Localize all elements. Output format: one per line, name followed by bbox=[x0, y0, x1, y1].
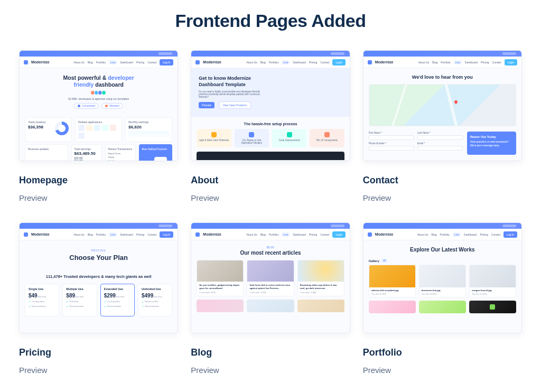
bestseller-card: Best Selling Products bbox=[139, 144, 173, 161]
about-subtext: Do you need a highly customizable and de… bbox=[199, 90, 267, 98]
preview-link[interactable]: Preview bbox=[191, 366, 350, 375]
video-col: Best Selling Products bbox=[139, 144, 173, 161]
card-about: Modernize About Us Blog Portfolio Live D… bbox=[191, 50, 350, 202]
nav-login-button: Log In bbox=[160, 231, 173, 238]
card-pricing: Modernize About Us Blog Portfolio Live D… bbox=[19, 222, 178, 375]
preview-link[interactable]: Preview bbox=[363, 366, 522, 375]
nav-login-button: Login bbox=[332, 59, 345, 66]
phone-field: Phone Number * bbox=[369, 142, 414, 151]
article-card: Streaming video way before it was cool, … bbox=[297, 260, 344, 296]
article-image bbox=[197, 300, 244, 312]
nav-link: Blog bbox=[88, 61, 93, 64]
nav-login-button: Log In bbox=[503, 231, 517, 238]
article-row: As yen tumbles, gadget-loving Japan goes… bbox=[191, 260, 349, 296]
nav-login-button: Login bbox=[332, 231, 345, 238]
logo-icon bbox=[195, 232, 200, 237]
setup-item: Light & Dark Color Schemes bbox=[197, 129, 231, 147]
about-headline: Get to know Modernize Dashboard Template bbox=[199, 76, 262, 88]
gallery-item: domenico-loia.jpg Thu, Dec 15 2022 bbox=[419, 265, 466, 297]
stat-yearly: Yearly breakup $36,358 bbox=[25, 117, 72, 142]
brand-text: Modernize bbox=[31, 60, 50, 64]
pricing-hero: PRICING Choose Your Plan bbox=[20, 240, 178, 267]
thumbnail-homepage[interactable]: Modernize About Us Blog Portfolio Live D… bbox=[19, 50, 178, 161]
thumbnail-contact[interactable]: Modernize About Us Blog Portfolio Live D… bbox=[363, 50, 522, 161]
stat-related: Related applications bbox=[75, 117, 122, 142]
second-row: Revenue updates Total earnings $63,489.5… bbox=[20, 142, 178, 161]
trusted-text: 111,476+ Trusted developers & many tech … bbox=[20, 274, 178, 279]
setup-item: 12+ Ready to Use Application Designs bbox=[235, 129, 269, 147]
plan-row: Single Use $49/one time 1 end product Do… bbox=[20, 279, 178, 316]
article-image bbox=[297, 300, 344, 312]
card-portfolio: Modernize About Us Blog Portfolio Live D… bbox=[363, 222, 522, 375]
hero-chips: Live preview Members bbox=[27, 103, 170, 109]
article-row-2 bbox=[191, 296, 349, 312]
setup-title: The hassle-free setup process bbox=[191, 122, 349, 126]
plan-unlimited: Unlimited Use $499/one time Resource fil… bbox=[138, 284, 172, 316]
gallery-row: sabrina-ellul-unsplash.jpg Thu, Dec 15 2… bbox=[363, 265, 521, 297]
nav-link: Portfolio bbox=[96, 61, 106, 64]
about-hero: Get to know Modernize Dashboard Template… bbox=[191, 68, 349, 117]
gallery-image bbox=[469, 301, 516, 313]
email-field: Email * bbox=[417, 142, 463, 151]
contact-cta: Reach Out Today Have questions or need a… bbox=[467, 132, 516, 155]
card-title: Homepage bbox=[19, 175, 178, 186]
gallery-label: Gallery 12 bbox=[363, 257, 521, 265]
gallery-image bbox=[419, 301, 466, 313]
setup-row: Light & Dark Color Schemes 12+ Ready to … bbox=[191, 129, 349, 152]
gallery-image bbox=[369, 301, 416, 313]
article-card: Intel loses bid to revive antitrust case… bbox=[247, 260, 294, 296]
nav-link: About Us bbox=[73, 61, 85, 64]
nav-link: Dashboard bbox=[120, 61, 133, 64]
setup-item: Code Improvements bbox=[272, 129, 306, 147]
nav-login-button: Login bbox=[505, 59, 517, 66]
nav-links: About Us Blog Portfolio Live Dashboard P… bbox=[73, 59, 173, 66]
code-tab-bar bbox=[197, 152, 344, 160]
plan-extended: Extended Use $299/one time 1 end product… bbox=[100, 284, 135, 316]
stat-row: Yearly breakup $36,358 Related applicati… bbox=[20, 117, 178, 142]
thumb-top-bar bbox=[20, 51, 178, 57]
avatar-group bbox=[27, 90, 170, 95]
card-title: Blog bbox=[191, 347, 350, 358]
last-name-field: Last Name * bbox=[417, 132, 463, 140]
preview-link[interactable]: Preview bbox=[191, 193, 350, 202]
hero-chip: Live preview bbox=[74, 103, 99, 109]
play-icon bbox=[154, 157, 167, 161]
gallery-row-2 bbox=[363, 297, 521, 313]
thumbnail-about[interactable]: Modernize About Us Blog Portfolio Live D… bbox=[191, 50, 350, 161]
article-image bbox=[247, 300, 294, 312]
gallery-item: morgan-housel.jpg Thu, Dec 15 2022 bbox=[469, 265, 516, 297]
thumb-hero: Most powerful & developer friendly dashb… bbox=[20, 68, 178, 115]
nav-link: Contact bbox=[147, 61, 156, 64]
about-btn-outline: View Open Positions bbox=[219, 101, 251, 109]
gallery-image bbox=[470, 265, 516, 287]
gallery-count-badge: 12 bbox=[381, 259, 388, 263]
gallery-image bbox=[369, 265, 415, 287]
card-homepage: Modernize About Us Blog Portfolio Live D… bbox=[19, 50, 178, 202]
pricing-headline: Choose Your Plan bbox=[27, 254, 170, 262]
portfolio-headline: Explore Our Latest Works bbox=[363, 247, 521, 253]
blog-headline: Our most recent articles bbox=[191, 250, 349, 256]
nav-link: Pricing bbox=[136, 61, 144, 64]
blog-hero: BLOG Our most recent articles bbox=[191, 240, 349, 260]
preview-link[interactable]: Preview bbox=[363, 193, 522, 202]
about-btn: Preview bbox=[199, 102, 214, 108]
trans-col: Recent Transactions Digital Ocean Github… bbox=[105, 144, 136, 161]
article-image bbox=[197, 260, 243, 282]
logo-icon bbox=[368, 60, 372, 64]
nav-login-button: Log In bbox=[160, 59, 173, 66]
thumbnail-blog[interactable]: Modernize About Us Blog Portfolio Live D… bbox=[191, 222, 350, 333]
nav-badge: Live bbox=[109, 60, 117, 64]
logo-icon bbox=[368, 232, 372, 237]
hero-subtext: 52,589+ developers & agencies using our … bbox=[27, 97, 170, 100]
thumbnail-portfolio[interactable]: Modernize About Us Blog Portfolio Live D… bbox=[363, 222, 522, 333]
preview-link[interactable]: Preview bbox=[19, 193, 178, 202]
card-title: About bbox=[191, 175, 350, 186]
gallery-item: sabrina-ellul-unsplash.jpg Thu, Dec 15 2… bbox=[369, 265, 416, 297]
plan-single: Single Use $49/one time 1 end product Do… bbox=[25, 284, 59, 316]
preview-link[interactable]: Preview bbox=[19, 366, 178, 375]
thumb-nav: Modernize About Us Blog Portfolio Live D… bbox=[20, 57, 178, 68]
first-name-field: First Name * bbox=[369, 132, 414, 140]
thumbnail-pricing[interactable]: Modernize About Us Blog Portfolio Live D… bbox=[19, 222, 178, 333]
article-card: As yen tumbles, gadget-loving Japan goes… bbox=[197, 260, 244, 296]
plan-multiple: Multiple Use $89/one time Unlimited Docu… bbox=[62, 284, 97, 316]
